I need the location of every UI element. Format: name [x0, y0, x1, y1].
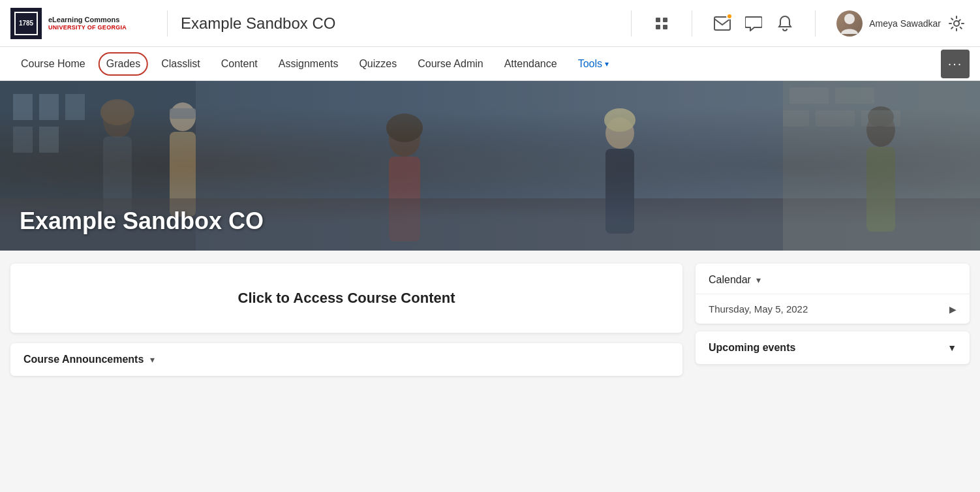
gear-icon [948, 15, 965, 32]
svg-rect-11 [65, 94, 85, 120]
nav-item-course-home[interactable]: Course Home [10, 47, 96, 81]
svg-rect-3 [663, 25, 667, 29]
calendar-date-row[interactable]: Thursday, May 5, 2022 ▶ [696, 294, 970, 324]
nav-bar: Course Home Grades Classlist Content Ass… [0, 47, 980, 81]
nav-item-course-admin[interactable]: Course Admin [407, 47, 494, 81]
announcements-title: Course Announcements [23, 354, 144, 365]
user-area[interactable]: Ameya Sawadkar [836, 10, 941, 37]
upcoming-events-header[interactable]: Upcoming events ▼ [696, 331, 970, 364]
grid-icon-btn[interactable] [647, 9, 676, 38]
svg-rect-18 [170, 108, 196, 119]
mail-notification-badge [726, 13, 733, 20]
svg-rect-2 [656, 25, 660, 29]
svg-rect-30 [783, 81, 980, 251]
nav-item-classlist[interactable]: Classlist [151, 47, 211, 81]
svg-rect-33 [783, 110, 809, 127]
svg-rect-10 [39, 94, 59, 120]
left-panel: Click to Access Course Content Course An… [10, 264, 682, 376]
bell-icon-btn[interactable] [771, 9, 799, 38]
logo-year: 1785 [19, 20, 33, 27]
calendar-header[interactable]: Calendar ▾ [696, 264, 970, 294]
header-divider-2 [631, 10, 632, 37]
svg-point-21 [386, 114, 423, 142]
tools-chevron: ▾ [605, 59, 609, 69]
grid-icon [654, 16, 669, 31]
svg-rect-1 [663, 18, 667, 22]
chat-icon [745, 16, 762, 31]
svg-rect-9 [13, 94, 33, 120]
svg-rect-35 [861, 110, 900, 127]
svg-point-16 [100, 99, 134, 125]
chat-icon-btn[interactable] [739, 9, 768, 38]
mail-icon-btn[interactable] [708, 9, 737, 38]
nav-item-quizzes[interactable]: Quizzes [348, 47, 407, 81]
header-divider-4 [815, 10, 816, 37]
svg-point-25 [604, 108, 635, 132]
main-content: Click to Access Course Content Course An… [0, 251, 980, 389]
svg-rect-0 [656, 18, 660, 22]
svg-rect-12 [13, 127, 33, 153]
upcoming-events-chevron: ▼ [947, 343, 957, 353]
svg-rect-13 [39, 127, 59, 153]
calendar-title: Calendar [709, 274, 751, 286]
upcoming-events-title: Upcoming events [709, 342, 795, 354]
avatar-placeholder [836, 10, 863, 37]
calendar-arrow: ▶ [949, 304, 957, 315]
calendar-chevron: ▾ [756, 275, 761, 285]
course-content-card[interactable]: Click to Access Course Content [10, 264, 682, 333]
announcements-header[interactable]: Course Announcements ▾ [10, 343, 682, 376]
logo-text: eLearning Commons UNIVERSITY OF GEORGIA [48, 16, 127, 31]
hero-banner: Example Sandbox CO [0, 81, 980, 251]
svg-point-5 [844, 14, 855, 24]
logo-inner: 1785 [14, 12, 38, 35]
nav-item-attendance[interactable]: Attendance [494, 47, 568, 81]
settings-icon-btn[interactable] [943, 10, 970, 37]
svg-rect-26 [605, 149, 634, 234]
username-label: Ameya Sawadkar [869, 18, 941, 29]
calendar-date: Thursday, May 5, 2022 [709, 303, 808, 315]
hero-title: Example Sandbox CO [0, 208, 283, 251]
calendar-card: Calendar ▾ Thursday, May 5, 2022 ▶ [696, 264, 970, 324]
nav-item-tools[interactable]: Tools ▾ [568, 47, 619, 81]
bell-icon [778, 15, 792, 32]
upcoming-events-card: Upcoming events ▼ [696, 331, 970, 364]
right-panel: Calendar ▾ Thursday, May 5, 2022 ▶ Upcom… [696, 264, 970, 364]
header-divider-3 [692, 10, 692, 37]
announcements-chevron: ▾ [150, 354, 155, 365]
header-divider-1 [167, 10, 168, 37]
nav-item-grades[interactable]: Grades [96, 47, 151, 81]
header-icons: Ameya Sawadkar [618, 9, 970, 38]
svg-point-6 [954, 21, 959, 26]
svg-rect-31 [789, 87, 829, 104]
logo-area: 1785 eLearning Commons UNIVERSITY OF GEO… [10, 8, 154, 39]
course-content-label: Click to Access Course Content [238, 290, 455, 306]
logo-main-text: eLearning Commons [48, 16, 127, 24]
top-header: 1785 eLearning Commons UNIVERSITY OF GEO… [0, 0, 980, 47]
more-options-button[interactable]: ··· [941, 50, 970, 78]
logo-box: 1785 [10, 8, 42, 39]
svg-rect-34 [816, 110, 855, 127]
nav-item-content[interactable]: Content [211, 47, 268, 81]
nav-item-assignments[interactable]: Assignments [268, 47, 349, 81]
svg-rect-32 [835, 87, 874, 104]
header-course-title: Example Sandbox CO [181, 14, 618, 33]
announcements-card: Course Announcements ▾ [10, 343, 682, 376]
avatar [836, 10, 863, 37]
logo-sub-text: UNIVERSITY OF GEORGIA [48, 24, 127, 31]
